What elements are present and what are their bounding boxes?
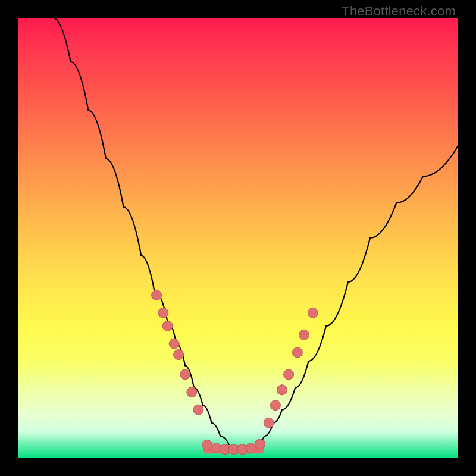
- watermark-text: TheBottleneck.com: [342, 4, 456, 19]
- data-dot: [169, 339, 179, 349]
- data-dot: [270, 400, 280, 411]
- data-dot: [299, 330, 309, 340]
- data-dot: [255, 439, 265, 449]
- data-dot: [308, 308, 318, 318]
- curve-right-branch: [256, 146, 458, 445]
- data-dot: [284, 369, 294, 380]
- data-dot: [187, 387, 197, 397]
- data-dot: [162, 321, 173, 331]
- data-dot: [211, 443, 221, 453]
- chart-frame: TheBottleneck.com: [0, 0, 476, 476]
- data-dot: [292, 347, 302, 358]
- data-dots: [152, 290, 318, 455]
- data-dot: [158, 308, 168, 318]
- data-dot: [237, 444, 248, 455]
- data-dot: [193, 405, 203, 415]
- data-dot: [264, 418, 274, 428]
- curve-layer: [18, 18, 458, 458]
- data-dot: [174, 350, 184, 360]
- data-dot: [277, 385, 287, 395]
- plot-area: [18, 18, 458, 458]
- data-dot: [152, 290, 162, 300]
- data-dot: [180, 369, 190, 380]
- curve-left-branch: [53, 18, 229, 445]
